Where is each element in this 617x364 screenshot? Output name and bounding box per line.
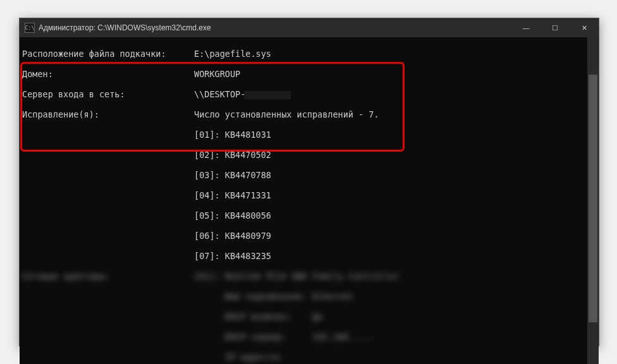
fixes-header: Число установленных исправлений - 7. (194, 109, 379, 119)
scrollbar[interactable] (587, 37, 599, 364)
fix-item: [04]: KB4471331 (194, 190, 271, 200)
logon-value: \\DESKTOP- (194, 89, 291, 99)
window-title: Администратор: C:\WINDOWS\system32\cmd.e… (39, 23, 511, 32)
terminal-output[interactable]: Расположение файла подкачки:E:\pagefile.… (20, 37, 587, 364)
scrollbar-thumb[interactable] (589, 75, 597, 322)
domain-label: Домен: (22, 69, 194, 79)
blur-line: DHCP включен: Да (194, 312, 322, 322)
blur-line: DHCP-сервер: 192.168..... (194, 332, 374, 342)
cmd-window: C:\ Администратор: C:\WINDOWS\system32\c… (19, 18, 599, 346)
minimize-button[interactable]: — (511, 18, 541, 37)
fix-item: [02]: KB4470502 (194, 150, 271, 160)
logon-label: Сервер входа в сеть: (22, 89, 194, 99)
fix-item: [07]: KB4483235 (194, 251, 271, 261)
close-button[interactable]: ✕ (570, 18, 599, 37)
fixes-label: Исправление(я): (22, 109, 194, 119)
adapters-label: Сетевые адаптеры: (22, 271, 194, 281)
fix-item: [01]: KB4481031 (194, 130, 271, 140)
pagefile-label: Расположение файла подкачки: (22, 49, 194, 59)
app-icon: C:\ (25, 23, 35, 33)
redacted-block (244, 91, 291, 99)
domain-value: WORKGROUP (194, 69, 240, 79)
maximize-button[interactable]: ☐ (541, 18, 570, 37)
blur-line: Имя подключения: Ethernet (194, 291, 353, 301)
titlebar[interactable]: C:\ Администратор: C:\WINDOWS\system32\c… (20, 18, 599, 37)
blur-line: IP-адрес(а) (194, 352, 281, 362)
fix-item: [05]: KB4480056 (194, 210, 271, 221)
blur-line: [01]: Realtek PCIe GBE Family Controller (194, 271, 400, 281)
pagefile-value: E:\pagefile.sys (194, 49, 271, 59)
fix-item: [06]: KB4480979 (194, 231, 271, 241)
fix-item: [03]: KB4470788 (194, 170, 271, 180)
